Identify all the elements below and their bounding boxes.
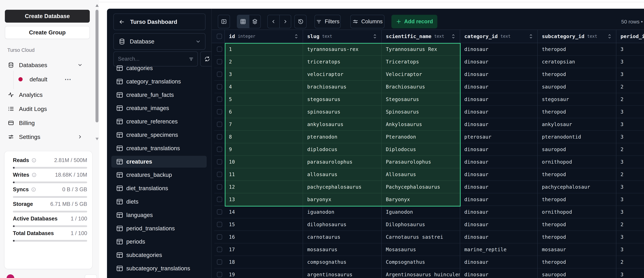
cell-category_id[interactable]: dinosaur bbox=[460, 118, 538, 131]
create-database-button[interactable]: Create Database bbox=[5, 10, 90, 22]
cell-scientific_name[interactable]: Baryonyx bbox=[382, 193, 460, 206]
cell-subcategory_id[interactable]: pachycephalosaur bbox=[538, 181, 616, 193]
cell-period_id[interactable]: 2 bbox=[616, 93, 644, 106]
cell-category_id[interactable]: dinosaur bbox=[460, 93, 538, 106]
cell-scientific_name[interactable]: Iguanodon bbox=[382, 206, 460, 218]
cell-subcategory_id[interactable]: ceratopsian bbox=[538, 56, 616, 68]
previous-page-button[interactable] bbox=[268, 15, 280, 28]
cell-slug[interactable]: tyrannosaurus-rex bbox=[303, 43, 382, 56]
cell-period_id[interactable]: 3 bbox=[616, 43, 644, 56]
cell-subcategory_id[interactable]: theropod bbox=[538, 193, 616, 206]
cell-slug[interactable]: pteranodon bbox=[303, 131, 382, 143]
cell-subcategory_id[interactable]: theropod bbox=[538, 68, 616, 81]
cell-slug[interactable]: pachycephalosaurus bbox=[303, 181, 382, 193]
cell-category_id[interactable]: dinosaur bbox=[460, 56, 538, 68]
sidebar-table-creature_specimens[interactable]: creature_specimens bbox=[111, 129, 207, 141]
info-icon[interactable] bbox=[32, 158, 36, 163]
collapse-sidebar-button[interactable] bbox=[218, 15, 230, 28]
grid-view-button[interactable] bbox=[237, 15, 249, 28]
cell-subcategory_id[interactable]: theropod bbox=[538, 43, 616, 56]
sidebar-table-creature_references[interactable]: creature_references bbox=[111, 116, 207, 127]
scrollbar-down-arrow[interactable] bbox=[96, 138, 99, 140]
row-checkbox[interactable] bbox=[217, 134, 222, 139]
columns-button[interactable]: Columns bbox=[350, 15, 384, 28]
history-button[interactable] bbox=[294, 15, 306, 28]
cell-category_id[interactable]: dinosaur bbox=[460, 231, 538, 243]
cell-category_id[interactable]: dinosaur bbox=[460, 206, 538, 218]
cell-subcategory_id[interactable]: theropod bbox=[538, 218, 616, 231]
cell-category_id[interactable]: dinosaur bbox=[460, 156, 538, 168]
cell-scientific_name[interactable]: Pachycephalosaurus bbox=[382, 181, 460, 193]
cell-category_id[interactable]: dinosaur bbox=[460, 81, 538, 93]
cell-category_id[interactable]: dinosaur bbox=[460, 181, 538, 193]
cell-period_id[interactable]: 3 bbox=[616, 243, 644, 256]
cell-id[interactable]: 7 bbox=[225, 118, 303, 131]
cell-category_id[interactable]: dinosaur bbox=[460, 269, 538, 278]
sidebar-table-creature_fun_facts[interactable]: creature_fun_facts bbox=[111, 89, 207, 101]
sidebar-table-category_translations[interactable]: category_translations bbox=[111, 76, 207, 87]
row-checkbox[interactable] bbox=[217, 59, 222, 64]
cell-period_id[interactable]: 3 bbox=[616, 181, 644, 193]
add-record-button[interactable]: Add record bbox=[392, 15, 437, 28]
collapsed-bottom-button[interactable] bbox=[85, 274, 97, 278]
cell-slug[interactable]: velociraptor bbox=[303, 68, 382, 81]
cell-slug[interactable]: parasaurolophus bbox=[303, 156, 382, 168]
cell-id[interactable]: 17 bbox=[225, 243, 303, 256]
cell-id[interactable]: 1 bbox=[225, 43, 303, 56]
cell-scientific_name[interactable]: Diplodocus bbox=[382, 143, 460, 156]
cell-id[interactable]: 15 bbox=[225, 218, 303, 231]
row-checkbox[interactable] bbox=[217, 159, 222, 164]
sidebar-item-analytics[interactable]: Analytics bbox=[4, 89, 92, 101]
cell-period_id[interactable]: 2 bbox=[616, 143, 644, 156]
cell-category_id[interactable]: dinosaur bbox=[460, 143, 538, 156]
layers-view-button[interactable] bbox=[249, 15, 260, 28]
cell-id[interactable]: 5 bbox=[225, 93, 303, 106]
row-checkbox[interactable] bbox=[217, 222, 222, 227]
row-checkbox[interactable] bbox=[217, 47, 222, 52]
cell-id[interactable]: 11 bbox=[225, 168, 303, 181]
sort-icon[interactable] bbox=[294, 33, 299, 40]
cell-subcategory_id[interactable]: stegosaur bbox=[538, 93, 616, 106]
cell-id[interactable]: 14 bbox=[225, 206, 303, 218]
column-header-id[interactable]: idinteger bbox=[225, 30, 303, 43]
cell-category_id[interactable]: dinosaur bbox=[460, 68, 538, 81]
cell-scientific_name[interactable]: Argentinosaurus huinculen… bbox=[382, 269, 460, 278]
sidebar-item-settings[interactable]: Settings bbox=[4, 131, 92, 143]
sort-icon[interactable] bbox=[451, 33, 456, 40]
cell-slug[interactable]: iguanodon bbox=[303, 206, 382, 218]
back-to-turso-dashboard-button[interactable]: Turso Dashboard bbox=[114, 13, 206, 30]
cell-subcategory_id[interactable]: ornithopod bbox=[538, 156, 616, 168]
cell-period_id[interactable]: 3 bbox=[616, 269, 644, 278]
cell-scientific_name[interactable]: Pteranodon bbox=[382, 131, 460, 143]
cell-slug[interactable]: brachiosaurus bbox=[303, 81, 382, 93]
cell-subcategory_id[interactable]: sauropod bbox=[538, 143, 616, 156]
cell-id[interactable]: 9 bbox=[225, 143, 303, 156]
cell-period_id[interactable]: 3 bbox=[616, 231, 644, 243]
sidebar-table-period_translations[interactable]: period_translations bbox=[111, 223, 207, 234]
info-icon[interactable] bbox=[31, 187, 36, 192]
filters-button[interactable]: Filters bbox=[314, 15, 340, 28]
cell-period_id[interactable]: 3 bbox=[616, 56, 644, 68]
cell-category_id[interactable]: marine_reptile bbox=[460, 243, 538, 256]
create-group-button[interactable]: Create Group bbox=[5, 26, 90, 39]
cell-slug[interactable]: compsognathus bbox=[303, 256, 382, 269]
sidebar-table-creatures[interactable]: creatures bbox=[111, 156, 207, 168]
cell-scientific_name[interactable]: Stegosaurus bbox=[382, 93, 460, 106]
cell-slug[interactable]: stegosaurus bbox=[303, 93, 382, 106]
next-page-button[interactable] bbox=[280, 15, 291, 28]
cell-period_id[interactable]: 2 bbox=[616, 218, 644, 231]
row-checkbox[interactable] bbox=[217, 72, 222, 77]
cell-scientific_name[interactable]: Dilophosaurus bbox=[382, 218, 460, 231]
cell-scientific_name[interactable]: Ankylosaurus bbox=[382, 118, 460, 131]
cell-scientific_name[interactable]: Carnotaurus sastrei bbox=[382, 231, 460, 243]
row-checkbox[interactable] bbox=[217, 147, 222, 152]
search-filter-icon[interactable] bbox=[188, 56, 194, 62]
cell-id[interactable]: 13 bbox=[225, 193, 303, 206]
row-checkbox[interactable] bbox=[217, 209, 222, 215]
cell-subcategory_id[interactable]: theropod bbox=[538, 231, 616, 243]
cell-slug[interactable]: spinosaurus bbox=[303, 106, 382, 118]
select-all-checkbox[interactable] bbox=[217, 34, 222, 39]
cell-id[interactable]: 8 bbox=[225, 131, 303, 143]
column-header-subcategory_id[interactable]: subcategory_idtext bbox=[538, 30, 616, 43]
cell-period_id[interactable]: 3 bbox=[616, 206, 644, 218]
